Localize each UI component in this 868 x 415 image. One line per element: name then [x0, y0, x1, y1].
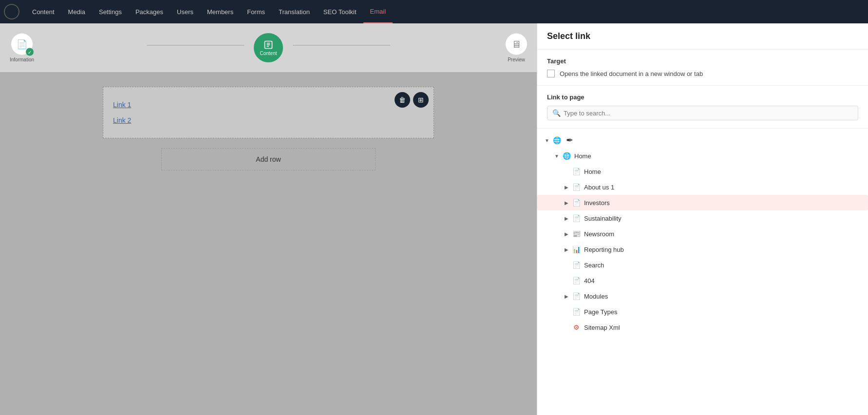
panel-title: Select link — [547, 31, 858, 41]
delete-block-button[interactable]: 🗑 — [395, 92, 410, 108]
investors-label: Investors — [584, 199, 863, 207]
tree-item-sitemap-xml[interactable]: ▶ ⚙ Sitemap Xml — [537, 320, 868, 335]
tree-item-modules[interactable]: ▶ 📄 Modules — [537, 288, 868, 304]
panel-header: Select link — [537, 23, 868, 50]
modules-label: Modules — [584, 293, 863, 300]
nav-media[interactable]: Media — [61, 0, 92, 23]
nav-email[interactable]: Email — [363, 0, 393, 23]
email-content-block: 🗑 ⊞ Link 1 Link 2 — [103, 87, 434, 138]
newsroom-toggle[interactable]: ▶ — [562, 229, 571, 239]
link-2[interactable]: Link 2 — [113, 113, 424, 128]
about-us-icon: 📄 — [571, 182, 581, 192]
copy-block-button[interactable]: ⊞ — [413, 92, 429, 108]
reporting-hub-label: Reporting hub — [584, 246, 863, 253]
content-circle: Content — [254, 33, 283, 62]
newsroom-label: Newsroom — [584, 230, 863, 238]
tree-item-404[interactable]: ▶ 📄 404 — [537, 273, 868, 288]
tree-item-reporting-hub[interactable]: ▶ 📊 Reporting hub — [537, 242, 868, 257]
new-window-checkbox[interactable] — [547, 70, 555, 77]
preview-icon: 🖥 — [506, 34, 527, 55]
top-navigation: Content Media Settings Packages Users Me… — [0, 0, 868, 23]
copy-icon: ⊞ — [418, 96, 424, 104]
tree-root[interactable]: ▼ 🌐 ✒ — [537, 132, 868, 148]
home-page-label: Home — [584, 168, 863, 175]
information-step[interactable]: 📄 ✓ Information — [10, 34, 34, 62]
trash-icon: 🗑 — [399, 96, 406, 104]
search-wrap: 🔍 — [547, 106, 858, 120]
select-link-panel: Select link Target Opens the linked docu… — [537, 23, 868, 415]
tree-item-home-page[interactable]: ▶ 📄 Home — [537, 164, 868, 179]
root-globe-icon: 🌐 — [552, 135, 562, 145]
step-connector-right — [293, 45, 390, 46]
new-window-label: Opens the linked document in a new windo… — [560, 70, 703, 77]
target-section-label: Target — [547, 57, 858, 65]
home-globe-toggle[interactable]: ▼ — [552, 151, 562, 161]
investors-toggle[interactable]: ▶ — [562, 198, 571, 208]
nav-seo-toolkit[interactable]: SEO Toolkit — [317, 0, 363, 23]
main-layout: 📄 ✓ Information Content 🖥 Preview — [0, 23, 868, 415]
sustainability-label: Sustainability — [584, 215, 863, 222]
information-icon: 📄 ✓ — [11, 34, 33, 55]
about-us-toggle[interactable]: ▶ — [562, 182, 571, 192]
sustainability-icon: 📄 — [571, 213, 581, 223]
step-toolbar: 📄 ✓ Information Content 🖥 Preview — [0, 23, 537, 72]
nav-settings[interactable]: Settings — [92, 0, 129, 23]
step-connector-left — [147, 45, 244, 46]
investors-icon: 📄 — [571, 198, 581, 208]
nav-forms[interactable]: Forms — [240, 0, 272, 23]
tree-item-sustainability[interactable]: ▶ 📄 Sustainability — [537, 210, 868, 226]
404-label: 404 — [584, 277, 863, 284]
nav-users[interactable]: Users — [170, 0, 200, 23]
home-globe-icon: 🌐 — [562, 151, 571, 161]
nav-members[interactable]: Members — [200, 0, 240, 23]
modules-toggle[interactable]: ▶ — [562, 291, 571, 301]
search-input[interactable] — [564, 110, 853, 117]
search-icon: 🔍 — [552, 109, 561, 117]
sitemap-xml-icon: ⚙ — [571, 322, 581, 332]
link-to-page-section: Link to page 🔍 — [537, 86, 868, 129]
home-globe-label: Home — [574, 152, 863, 160]
sitemap-xml-label: Sitemap Xml — [584, 324, 863, 331]
root-toggle[interactable]: ▼ — [542, 135, 552, 145]
search-page-icon: 📄 — [571, 260, 581, 270]
information-label: Information — [10, 57, 34, 62]
editor-area: 📄 ✓ Information Content 🖥 Preview — [0, 23, 537, 415]
sustainability-toggle[interactable]: ▶ — [562, 213, 571, 223]
tree-item-about-us[interactable]: ▶ 📄 About us 1 — [537, 179, 868, 195]
tree-item-search[interactable]: ▶ 📄 Search — [537, 257, 868, 273]
home-page-icon: 📄 — [571, 167, 581, 176]
tree-item-page-types[interactable]: ▶ 📄 Page Types — [537, 304, 868, 320]
tree-item-home-globe[interactable]: ▼ 🌐 Home — [537, 148, 868, 164]
page-types-label: Page Types — [584, 308, 863, 316]
check-icon: ✓ — [26, 48, 34, 56]
content-circle-label: Content — [260, 51, 277, 56]
target-section: Target Opens the linked document in a ne… — [537, 50, 868, 86]
nav-content[interactable]: Content — [25, 0, 61, 23]
tree-item-newsroom[interactable]: ▶ 📰 Newsroom — [537, 226, 868, 242]
tree-item-investors[interactable]: ▶ 📄 Investors — [537, 195, 868, 210]
404-icon: 📄 — [571, 276, 581, 285]
canvas-area: 🗑 ⊞ Link 1 Link 2 Add row — [0, 72, 537, 415]
search-label: Search — [584, 262, 863, 269]
newsroom-icon: 📰 — [571, 229, 581, 239]
about-us-label: About us 1 — [584, 184, 863, 191]
link-to-page-label: Link to page — [547, 94, 858, 101]
nav-packages[interactable]: Packages — [129, 0, 170, 23]
target-row: Opens the linked document in a new windo… — [547, 70, 858, 77]
reporting-hub-icon: 📊 — [571, 245, 581, 254]
block-actions: 🗑 ⊞ — [395, 92, 429, 108]
reporting-hub-toggle[interactable]: ▶ — [562, 245, 571, 254]
app-logo[interactable] — [4, 4, 19, 19]
link-1[interactable]: Link 1 — [113, 97, 424, 113]
modules-icon: 📄 — [571, 291, 581, 301]
preview-step[interactable]: 🖥 Preview — [506, 34, 527, 62]
content-step[interactable]: Content — [254, 33, 283, 62]
add-row-button[interactable]: Add row — [161, 148, 376, 170]
nav-translation[interactable]: Translation — [272, 0, 317, 23]
link-tree: ▼ 🌐 ✒ ▼ 🌐 Home ▶ 📄 Home ▶ 📄 About us 1 — [537, 129, 868, 415]
preview-label: Preview — [508, 57, 525, 62]
page-types-icon: 📄 — [571, 307, 581, 317]
root-squiggle-icon: ✒ — [565, 135, 574, 145]
